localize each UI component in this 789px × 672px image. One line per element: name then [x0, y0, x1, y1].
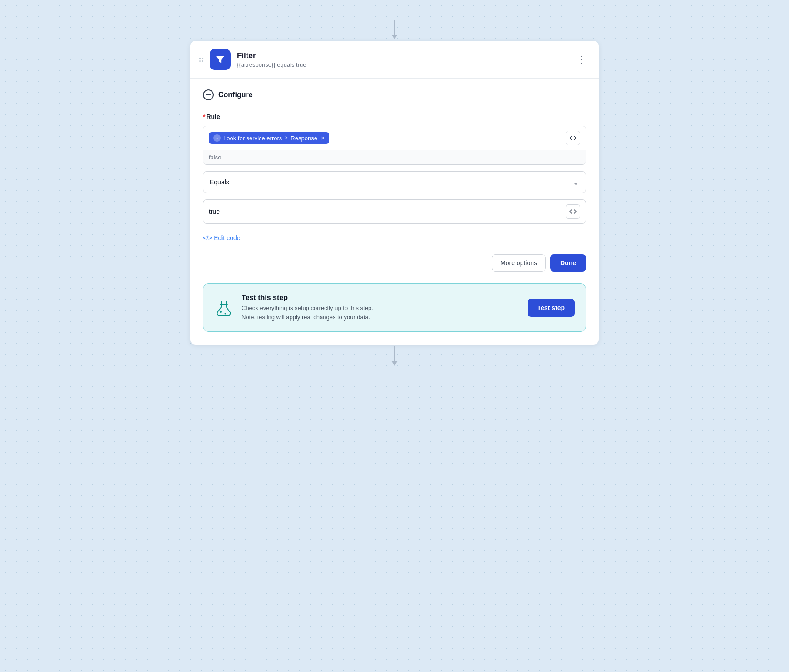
tag-name: Look for service errors: [223, 135, 282, 142]
value-code-toggle-button[interactable]: [566, 204, 580, 219]
star-icon: ✦: [213, 134, 221, 142]
test-step-button[interactable]: Test step: [528, 299, 575, 317]
done-button[interactable]: Done: [550, 254, 586, 272]
bottom-connector: [391, 346, 398, 366]
chevron-down-icon: ⌄: [572, 177, 579, 187]
edit-code-link[interactable]: </> Edit code: [203, 234, 241, 242]
operator-dropdown[interactable]: Equals ⌄: [203, 171, 586, 193]
rule-field-box: ✦ Look for service errors > Response × f…: [203, 126, 586, 165]
svg-point-2: [225, 313, 226, 314]
drag-handle[interactable]: [199, 58, 203, 62]
configure-header[interactable]: Configure: [203, 89, 586, 100]
test-title: Test this step: [242, 294, 519, 302]
svg-point-1: [220, 311, 222, 313]
header-subtitle: {{ai.response}} equals true: [237, 61, 573, 68]
test-step-card: Test this step Check everything is setup…: [203, 283, 586, 332]
tag-pill[interactable]: ✦ Look for service errors > Response ×: [209, 132, 329, 144]
required-asterisk: *: [203, 113, 205, 120]
rule-label: *Rule: [203, 113, 586, 120]
header-text: Filter {{ai.response}} equals true: [237, 51, 573, 68]
operator-label: Equals: [210, 178, 229, 186]
card-header: Filter {{ai.response}} equals true ⋮: [190, 41, 599, 79]
more-options-button[interactable]: More options: [492, 254, 546, 272]
value-text: true: [209, 208, 566, 215]
header-title: Filter: [237, 51, 573, 60]
code-toggle-button[interactable]: [566, 131, 580, 145]
flask-icon: [214, 298, 233, 317]
rule-field-value: false: [203, 150, 586, 164]
more-options-button[interactable]: ⋮: [573, 53, 590, 66]
configure-toggle-icon: [203, 89, 214, 100]
top-connector: [391, 20, 398, 39]
filter-card: Filter {{ai.response}} equals true ⋮ Con…: [190, 41, 599, 345]
test-description: Check everything is setup correctly up t…: [242, 304, 519, 321]
configure-title: Configure: [218, 91, 253, 99]
svg-point-3: [227, 311, 228, 311]
value-field[interactable]: true: [203, 199, 586, 224]
action-buttons: More options Done: [203, 254, 586, 274]
rule-field-top: ✦ Look for service errors > Response ×: [203, 126, 586, 150]
tag-sub: Response: [291, 135, 317, 142]
chevron-right-icon: >: [285, 135, 288, 141]
tag-close-button[interactable]: ×: [321, 135, 325, 141]
test-text: Test this step Check everything is setup…: [242, 294, 519, 321]
filter-icon: [210, 49, 231, 70]
configure-section: Configure *Rule ✦ Look for service error…: [190, 79, 599, 345]
